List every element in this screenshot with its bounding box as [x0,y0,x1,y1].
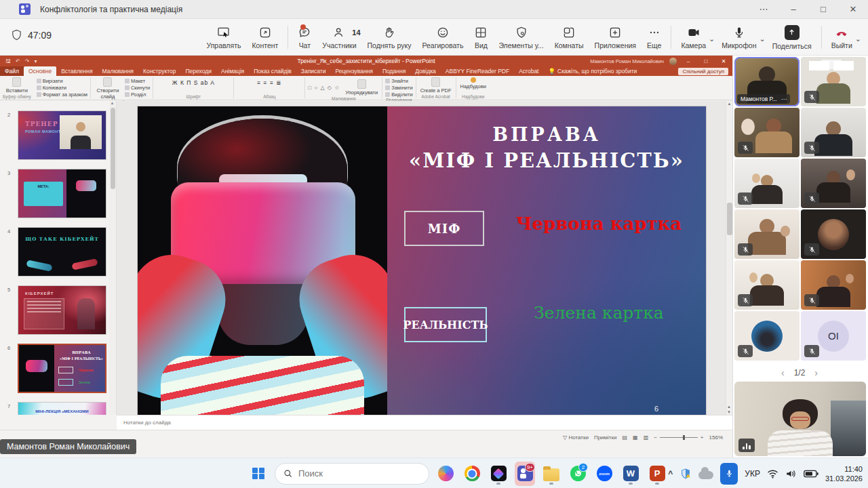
select-button[interactable]: Виділити [385,92,412,98]
tray-clock[interactable]: 11:40 31.03.2026 [825,464,863,483]
ppt-minimize-button[interactable]: – [682,58,694,64]
red-card-label[interactable]: Червона картка [504,214,694,234]
apps-button[interactable]: Приложения [589,24,642,51]
page-prev-button[interactable]: ‹ [781,367,785,378]
tile-more-icon[interactable]: ⋯ [781,96,787,102]
tab-help[interactable]: Довідка [410,66,441,76]
paste-button[interactable]: Вставити [5,77,29,94]
redo-icon[interactable]: ↷ [25,58,30,64]
chrome-app-button[interactable] [462,462,482,486]
tab-insert[interactable]: Вставлення [56,66,97,76]
replace-button[interactable]: Замінити [385,85,412,91]
tab-animations[interactable]: Анімація [216,66,249,76]
participant-tile-avatar[interactable] [734,311,800,361]
find-button[interactable]: Знайти [385,78,408,84]
raise-hand-button[interactable]: Поднять руку [362,24,417,51]
zoom-slider[interactable]: − + [654,434,703,441]
layout-button[interactable]: Макет [125,78,145,84]
control-button[interactable]: Управлять [201,24,246,51]
new-slide-button[interactable]: Створити слайд [94,77,122,100]
notes-pane[interactable]: Нотатки до слайда [117,415,733,430]
tab-transitions[interactable]: Переходи [180,66,216,76]
view-reading-button[interactable]: ▥ [644,434,649,441]
teams-app-button[interactable]: 9+ [515,462,535,486]
notes-toggle[interactable]: ▽ Нотатки [563,434,589,441]
window-maximize-button[interactable]: □ [808,0,838,18]
font-controls[interactable]: Ж К П S ab A [172,79,215,86]
zoom-app-button[interactable]: zoom [594,462,614,486]
participant-tile[interactable] [734,260,800,310]
share-button[interactable]: Поделиться [767,24,817,52]
slide-thumbnail-2[interactable]: ТРЕНЕР РОМАН МАМОНТОВ [18,110,106,160]
participant-tile[interactable] [734,209,800,259]
camera-button[interactable]: Камера [675,24,711,51]
slide-thumbnail-6-selected[interactable]: ВПРАВА «МІФ І РЕАЛЬНІСТЬ» Червона Зелена [18,344,106,393]
zoom-percent[interactable]: 156% [709,434,723,441]
slide-thumbnail-7[interactable]: МІНІ-ЛЕКЦІЯ «МЕХАНІЗМИ КІБЕРХЕЙТУ» [18,402,106,415]
slide-thumbnail-4[interactable]: ЩО ТАКЕ КІБЕРХЕЙТ [18,227,106,277]
participant-tile[interactable] [801,159,866,208]
copilot-app-button[interactable] [435,462,456,486]
tab-design[interactable]: Конструктор [138,66,180,76]
window-more-button[interactable]: ⋯ [749,0,778,18]
zoom-knob[interactable] [683,435,685,440]
start-button[interactable] [248,462,269,486]
slide-canvas[interactable]: ВПРАВА «МІФ І РЕАЛЬНІСТЬ» МІФ Червона ка… [138,106,706,415]
active-mic-indicator[interactable] [720,463,738,485]
tab-record[interactable]: Записати [296,66,331,76]
participant-tile[interactable] [734,108,800,157]
participant-tile[interactable] [801,260,866,310]
prev-slide-arrow[interactable]: ▲ [726,404,732,409]
react-button[interactable]: Реагировать [416,24,469,51]
whatsapp-app-button[interactable]: 2 [568,462,588,486]
tab-review[interactable]: Рецензування [331,66,378,76]
tell-me-box[interactable]: 💡Скажіть, що потрібно зробити [543,66,642,76]
security-warning-icon[interactable]: ! [679,468,692,480]
ppt-maximize-button[interactable]: □ [700,58,712,64]
tab-draw[interactable]: Малювання [98,66,138,76]
undo-icon[interactable]: ↶ [16,58,20,64]
tab-home[interactable]: Основне [24,66,56,76]
explorer-app-button[interactable] [541,462,561,486]
myth-box[interactable]: МІФ [404,211,484,246]
slide-scrollbar[interactable]: ▲ [726,101,732,415]
participant-tile[interactable] [801,57,866,106]
window-close-button[interactable]: ✕ [838,0,868,18]
slide-nav-arrows[interactable]: ▲ ▼ [726,404,732,415]
participant-tile-avatar[interactable] [801,209,866,259]
dark-app-button[interactable] [488,462,509,486]
shapes-gallery[interactable]: □ ○ △ ◇ ☆ [308,85,340,91]
onedrive-icon[interactable] [698,471,713,479]
language-indicator[interactable]: УКР [745,469,760,479]
powerpoint-app-button[interactable]: P [647,462,667,486]
participant-tile-initials[interactable]: ОІ [801,311,866,361]
reality-box[interactable]: РЕАЛЬНІСТЬ [404,307,487,342]
cut-button[interactable]: Вирізати [37,78,63,84]
taskbar-search[interactable] [275,463,429,485]
content-button[interactable]: Контент [246,24,283,51]
participant-tile-active[interactable]: Мамонтов Р...⋯ [734,57,800,106]
more-button[interactable]: Еще [642,24,667,51]
slide-scroll-thumb[interactable] [727,203,732,235]
tab-acrobat[interactable]: Acrobat [514,66,543,76]
word-app-button[interactable]: W [620,462,641,486]
tab-slideshow[interactable]: Показ слайдів [249,66,296,76]
rooms-button[interactable]: Комнаты [549,24,589,51]
comments-toggle[interactable]: Примітки [594,434,617,441]
thumbnail-scroll-thumb[interactable] [111,108,115,189]
create-pdf-button[interactable]: Create a PDF [419,77,453,94]
paragraph-controls[interactable]: ≡ ≡ ≡ ≣ [257,79,281,86]
battery-icon[interactable] [804,470,818,478]
slide-thumbnail-3[interactable]: МЕТА: [18,169,106,218]
green-card-label[interactable]: Зелена картка [517,303,680,323]
wifi-icon[interactable] [767,469,778,479]
leave-button[interactable]: Выйти [826,24,858,51]
next-slide-arrow[interactable]: ▼ [726,409,732,415]
ppt-close-button[interactable]: ✕ [717,58,730,64]
microphone-button[interactable]: Микрофон [716,24,762,51]
zoom-in-button[interactable]: + [701,434,704,441]
arrange-button[interactable]: Упорядкувати [344,79,379,96]
format-painter-button[interactable]: Формат за зразком [37,92,87,98]
meeting-elements-button[interactable]: Элементы у... [493,24,549,51]
qat-customize-icon[interactable]: ▾ [34,58,37,64]
